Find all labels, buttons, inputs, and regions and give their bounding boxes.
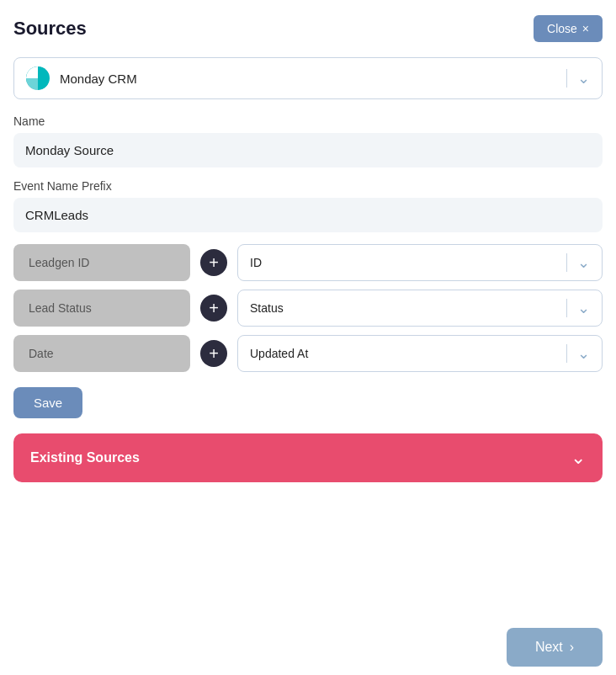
mapping-plus-button-0[interactable]: + [200,249,227,276]
divider [566,253,567,272]
mapping-plus-button-2[interactable]: + [200,340,227,367]
source-select-label: Monday CRM [60,72,556,86]
existing-sources-bar[interactable]: Existing Sources ⌄ [13,433,603,482]
event-name-prefix-label: Event Name Prefix [13,179,603,193]
event-name-prefix-input[interactable] [13,198,603,232]
close-icon: × [582,22,589,35]
next-chevron-icon: › [570,640,574,655]
name-input[interactable] [13,133,603,167]
divider [566,69,567,88]
mapping-right-updated-at[interactable]: Updated At ⌄ [237,335,603,372]
mapping-section: Leadgen ID + ID ⌄ Lead Status + Status ⌄ [13,244,603,372]
mapping-left-date: Date [13,335,190,372]
page-title: Sources [13,18,87,40]
mapping-left-leadgen-id: Leadgen ID [13,244,190,281]
divider [566,344,567,363]
mapping-right-chevron-icon-1: ⌄ [577,299,590,317]
mapping-right-chevron-icon-2: ⌄ [577,344,590,363]
name-label: Name [13,114,603,128]
monday-crm-icon [26,66,50,90]
mapping-left-lead-status: Lead Status [13,290,190,327]
page-container: Sources Close × Monday CRM ⌄ Name Event … [0,0,616,675]
next-label: Next [535,640,563,655]
close-button[interactable]: Close × [534,15,603,42]
source-select-dropdown[interactable]: Monday CRM ⌄ [13,57,603,99]
existing-sources-label: Existing Sources [30,450,140,465]
mapping-right-status[interactable]: Status ⌄ [237,290,603,327]
mapping-row: Date + Updated At ⌄ [13,335,603,372]
mapping-right-chevron-icon-0: ⌄ [577,253,590,272]
next-button[interactable]: Next › [507,628,603,667]
existing-sources-chevron-icon: ⌄ [571,447,586,469]
bottom-bar: Next › [0,619,616,675]
save-button[interactable]: Save [13,387,82,418]
close-label: Close [547,22,577,35]
header: Sources Close × [13,15,603,42]
source-select-chevron-icon: ⌄ [577,69,590,88]
mapping-row: Leadgen ID + ID ⌄ [13,244,603,281]
mapping-plus-button-1[interactable]: + [200,295,227,322]
mapping-row: Lead Status + Status ⌄ [13,290,603,327]
mapping-right-id[interactable]: ID ⌄ [237,244,603,281]
divider [566,299,567,317]
